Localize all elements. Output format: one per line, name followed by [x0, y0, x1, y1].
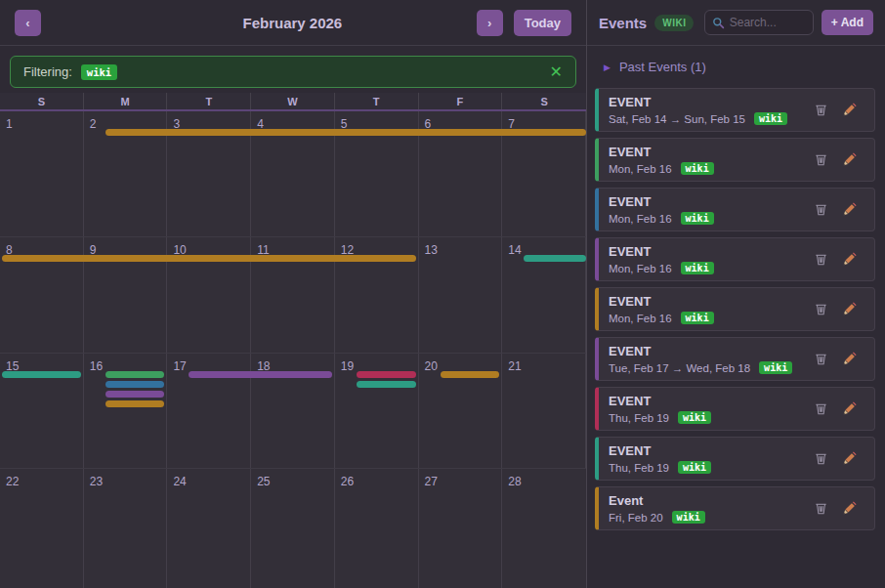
- event-actions: [814, 152, 864, 167]
- delete-event-button[interactable]: [814, 152, 828, 167]
- search-box[interactable]: [704, 10, 814, 35]
- edit-event-button[interactable]: [842, 401, 857, 416]
- event-date: Sat, Feb 14 → Sun, Feb 15: [609, 113, 745, 125]
- calendar-event-bar[interactable]: [357, 371, 416, 378]
- event-meta: Tue, Feb 17 → Wed, Feb 18wiki: [609, 361, 814, 374]
- event-actions: [814, 352, 864, 366]
- day-cell[interactable]: 13: [419, 237, 503, 353]
- calendar-event-bar[interactable]: [105, 129, 586, 136]
- trash-icon: [814, 103, 828, 117]
- edit-event-button[interactable]: [842, 152, 857, 167]
- edit-event-button[interactable]: [842, 252, 857, 267]
- event-actions: [814, 252, 864, 267]
- weekday-header: S: [502, 93, 586, 109]
- delete-event-button[interactable]: [814, 302, 828, 316]
- calendar-event-bar[interactable]: [441, 371, 500, 378]
- past-events-toggle[interactable]: ▶ Past Events (1): [587, 46, 885, 84]
- week-row: 1234567: [0, 111, 586, 237]
- edit-event-button[interactable]: [842, 302, 857, 316]
- event-card-body: EVENTThu, Feb 19wiki: [609, 443, 814, 474]
- calendar-event-bar[interactable]: [105, 391, 165, 398]
- calendar-event-bar[interactable]: [189, 371, 331, 378]
- sidebar-title: Events: [599, 15, 647, 31]
- day-cell[interactable]: 21: [502, 354, 586, 468]
- event-card-body: EVENTMon, Feb 16wiki: [609, 145, 814, 175]
- event-date: Tue, Feb 17 → Wed, Feb 18: [609, 362, 750, 374]
- calendar-event-bar[interactable]: [357, 381, 416, 388]
- event-card: EVENTSat, Feb 14 → Sun, Feb 15wiki: [595, 88, 875, 132]
- edit-event-button[interactable]: [842, 352, 857, 366]
- delete-event-button[interactable]: [814, 103, 828, 117]
- event-tag-chip: wiki: [759, 361, 792, 374]
- event-tag-chip: wiki: [754, 112, 787, 125]
- trash-icon: [814, 451, 828, 466]
- day-cell[interactable]: 27: [419, 469, 503, 588]
- event-title: EVENT: [609, 194, 814, 209]
- edit-event-button[interactable]: [842, 202, 857, 217]
- event-actions: [814, 202, 864, 217]
- weekday-header-row: SMTWTFS: [0, 93, 586, 111]
- event-card: EVENTMon, Feb 16wiki: [595, 287, 875, 331]
- calendar-event-bar[interactable]: [524, 255, 586, 262]
- calendar-event-bar[interactable]: [105, 381, 165, 388]
- day-cell[interactable]: 1: [0, 111, 84, 236]
- edit-event-button[interactable]: [842, 451, 857, 466]
- delete-event-button[interactable]: [814, 202, 828, 217]
- calendar-pane: ‹ February 2026 › Today Filtering: wiki …: [0, 0, 587, 588]
- event-title: EVENT: [609, 95, 814, 109]
- weekday-header: T: [167, 93, 251, 109]
- calendar-event-bar[interactable]: [105, 400, 165, 407]
- event-card-body: EVENTTue, Feb 17 → Wed, Feb 18wiki: [609, 344, 814, 374]
- add-event-button[interactable]: + Add: [822, 10, 873, 35]
- event-meta: Thu, Feb 19wiki: [609, 411, 814, 424]
- calendar-app: ‹ February 2026 › Today Filtering: wiki …: [0, 0, 885, 588]
- edit-event-button[interactable]: [842, 103, 857, 117]
- event-card-body: EVENTMon, Feb 16wiki: [609, 294, 814, 324]
- day-number: 1: [6, 117, 13, 131]
- pencil-icon: [842, 451, 857, 466]
- day-number: 23: [90, 475, 103, 488]
- event-tag-chip: wiki: [678, 461, 711, 474]
- event-tag-chip: wiki: [681, 162, 714, 175]
- trash-icon: [814, 401, 828, 416]
- event-actions: [814, 501, 864, 516]
- prev-month-button[interactable]: ‹: [15, 10, 41, 36]
- edit-event-button[interactable]: [842, 501, 857, 516]
- weekday-header: M: [84, 93, 168, 109]
- next-month-button[interactable]: ›: [477, 10, 503, 36]
- search-input[interactable]: [730, 16, 806, 29]
- day-number: 14: [508, 243, 521, 257]
- day-cell[interactable]: 28: [502, 469, 586, 588]
- calendar-event-bar[interactable]: [2, 255, 416, 262]
- trash-icon: [814, 352, 828, 366]
- delete-event-button[interactable]: [814, 352, 828, 366]
- week-row: 22232425262728: [0, 469, 586, 588]
- event-date: Mon, Feb 16: [609, 263, 672, 274]
- delete-event-button[interactable]: [814, 401, 828, 416]
- delete-event-button[interactable]: [814, 501, 828, 516]
- event-actions: [814, 451, 864, 466]
- day-cell[interactable]: 22: [0, 469, 84, 588]
- day-cell[interactable]: 25: [251, 469, 335, 588]
- day-cell[interactable]: 23: [84, 469, 168, 588]
- week-row: 891011121314: [0, 237, 586, 354]
- day-cell[interactable]: 24: [167, 469, 251, 588]
- event-date: Mon, Feb 16: [609, 313, 672, 324]
- trash-icon: [814, 501, 828, 516]
- event-card: EVENTMon, Feb 16wiki: [595, 138, 875, 182]
- day-number: 20: [425, 359, 438, 373]
- delete-event-button[interactable]: [814, 451, 828, 466]
- calendar-event-bar[interactable]: [105, 371, 165, 378]
- today-button[interactable]: Today: [514, 10, 571, 36]
- event-meta: Sat, Feb 14 → Sun, Feb 15wiki: [609, 112, 814, 125]
- day-number: 25: [257, 475, 270, 488]
- day-cell[interactable]: 26: [335, 469, 419, 588]
- day-number: 16: [90, 359, 103, 373]
- weekday-header: W: [251, 93, 335, 109]
- calendar-event-bar[interactable]: [2, 371, 81, 378]
- clear-filter-button[interactable]: ✕: [550, 64, 563, 80]
- event-meta: Mon, Feb 16wiki: [609, 162, 814, 175]
- delete-event-button[interactable]: [814, 252, 828, 267]
- sidebar-header: Events WIKI + Add: [587, 0, 885, 46]
- event-title: EVENT: [609, 394, 814, 408]
